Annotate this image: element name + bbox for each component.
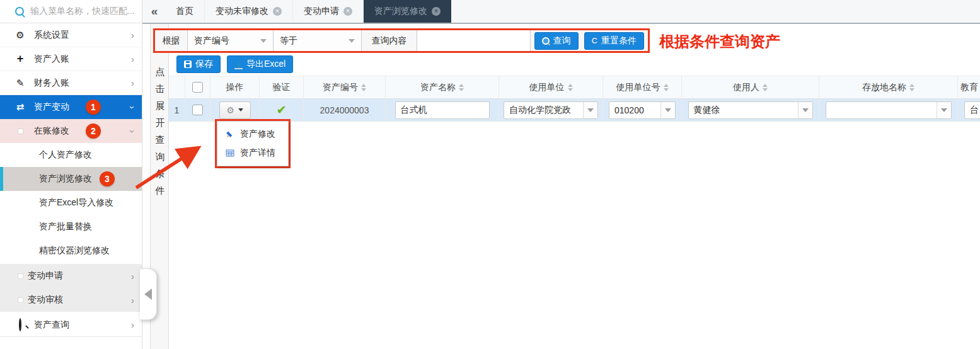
caret-down-icon[interactable] bbox=[798, 102, 812, 118]
row-index: 1 bbox=[169, 99, 185, 122]
cell-verify: ✔ bbox=[260, 99, 303, 122]
user-select[interactable]: 黄健徐 bbox=[688, 101, 813, 119]
sidebar-item-system-settings[interactable]: ⚙ 系统设置 › bbox=[0, 23, 142, 47]
column-education: 教育 台 bbox=[957, 76, 980, 122]
sidebar-item-change-audit[interactable]: 变动审核 › bbox=[0, 288, 142, 312]
sort-icon[interactable] bbox=[459, 84, 464, 91]
use-unit-no-value: 010200 bbox=[609, 102, 660, 118]
header-label: 使用人 bbox=[733, 82, 759, 93]
bullet-icon bbox=[18, 297, 23, 303]
plus-icon: + bbox=[14, 52, 26, 66]
sidebar-item-asset-browse-modify[interactable]: 资产浏览修改 3 bbox=[0, 167, 142, 191]
sort-icon[interactable] bbox=[664, 84, 669, 91]
tab-label: 资产浏览修改 bbox=[374, 6, 427, 17]
sidebar-item-asset-batch-replace[interactable]: 资产批量替换 bbox=[0, 215, 142, 239]
sort-icon[interactable] bbox=[568, 84, 573, 91]
sidebar-item-inaccount-modify[interactable]: 在账修改 2 › bbox=[0, 119, 142, 143]
query-button[interactable]: 查询 bbox=[534, 32, 579, 50]
sidebar-item-precision-instrument-modify[interactable]: 精密仪器浏览修改 bbox=[0, 239, 142, 263]
query-content-input[interactable] bbox=[417, 30, 531, 51]
sidebar-item-label: 精密仪器浏览修改 bbox=[39, 245, 110, 256]
reset-conditions-button[interactable]: C 重置条件 bbox=[584, 32, 644, 50]
sidebar-item-label: 资产批量替换 bbox=[39, 221, 92, 232]
sidebar-item-label: 资产浏览修改 bbox=[39, 173, 92, 185]
sidebar: 输入菜单名称，快速匹配... ⚙ 系统设置 › + 资产入账 › ✎ 财务入账 … bbox=[0, 0, 142, 349]
column-location: 存放地名称 bbox=[819, 76, 957, 122]
tab-label: 变动未审修改 bbox=[216, 6, 268, 17]
filter-field-value: 资产编号 bbox=[194, 35, 229, 47]
tab-label: 首页 bbox=[176, 6, 193, 17]
sidebar-item-finance-entry[interactable]: ✎ 财务入账 › bbox=[0, 71, 142, 95]
chevron-right-icon: › bbox=[131, 30, 134, 40]
tab-home[interactable]: 首页 bbox=[165, 0, 205, 23]
location-select[interactable] bbox=[826, 101, 952, 119]
menu-search-placeholder: 输入菜单名称，快速匹配... bbox=[30, 6, 135, 17]
sort-icon[interactable] bbox=[763, 84, 768, 91]
header-education[interactable]: 教育 bbox=[958, 76, 980, 99]
menu-item-asset-modify[interactable]: 资产修改 bbox=[217, 125, 288, 144]
strip-vertical-label[interactable]: 点击展开查询条件 bbox=[155, 63, 165, 199]
use-unit-value: 自动化学院党政 bbox=[504, 102, 583, 118]
close-icon[interactable]: × bbox=[432, 7, 441, 16]
row-actions-dropdown-button[interactable]: ⚙ bbox=[219, 101, 251, 119]
caret-down-icon[interactable] bbox=[583, 102, 597, 118]
column-use-unit: 使用单位 自动化学院党政 bbox=[499, 76, 602, 122]
download-icon: ↓ bbox=[234, 60, 243, 69]
close-icon[interactable]: × bbox=[273, 7, 282, 16]
close-icon[interactable]: × bbox=[343, 7, 352, 16]
sidebar-item-asset-change[interactable]: ⇄ 资产变动 1 › bbox=[0, 95, 142, 119]
tab-change-apply[interactable]: 变动申请 × bbox=[293, 0, 364, 23]
use-unit-no-select[interactable]: 010200 bbox=[609, 101, 676, 119]
collapse-left-icon bbox=[144, 289, 152, 300]
grid-toolbar: 保存 ↓ 导出Excel bbox=[176, 55, 293, 73]
gear-icon: ⚙ bbox=[226, 106, 234, 115]
tab-change-unaudited-modify[interactable]: 变动未审修改 × bbox=[205, 0, 293, 23]
sidebar-item-change-apply[interactable]: 变动申请 › bbox=[0, 264, 142, 288]
tab-asset-browse-modify[interactable]: 资产浏览修改 × bbox=[364, 0, 451, 23]
filter-field-select[interactable]: 资产编号 bbox=[188, 30, 274, 51]
annotation-badge-1: 1 bbox=[86, 100, 101, 115]
save-button[interactable]: 保存 bbox=[176, 55, 221, 73]
cell-location bbox=[819, 99, 957, 122]
caret-down-icon bbox=[349, 39, 355, 43]
header-use-unit-no[interactable]: 使用单位号 bbox=[603, 76, 681, 99]
search-icon bbox=[15, 7, 24, 16]
asset-name-input[interactable]: 台式机 bbox=[395, 101, 490, 119]
reset-button-label: 重置条件 bbox=[601, 35, 637, 47]
bullet-icon bbox=[18, 129, 23, 134]
filter-operator-select[interactable]: 等于 bbox=[274, 30, 362, 51]
filter-operator-value: 等于 bbox=[280, 35, 297, 47]
sort-icon[interactable] bbox=[909, 84, 914, 91]
cell-checkbox bbox=[185, 99, 210, 122]
query-button-label: 查询 bbox=[553, 35, 571, 47]
header-asset-code[interactable]: 资产编号 bbox=[304, 76, 385, 99]
sidebar-item-asset-excel-import-modify[interactable]: 资产Excel导入修改 bbox=[0, 191, 142, 215]
header-label: 使用单位号 bbox=[616, 82, 660, 93]
tabs-collapse-button[interactable]: « bbox=[142, 0, 165, 23]
caret-down-icon[interactable] bbox=[660, 102, 675, 118]
sidebar-item-asset-query[interactable]: 资产查询 › bbox=[0, 313, 142, 337]
select-all-checkbox[interactable] bbox=[192, 82, 203, 93]
chevron-right-icon: › bbox=[131, 320, 134, 329]
verified-check-icon: ✔ bbox=[277, 103, 287, 117]
shuffle-icon: ⇄ bbox=[14, 101, 26, 113]
sidebar-group-collapsed: 变动申请 › 变动审核 › bbox=[0, 264, 142, 312]
sidebar-collapse-handle[interactable] bbox=[140, 268, 157, 320]
sort-icon[interactable] bbox=[361, 84, 366, 91]
header-use-unit[interactable]: 使用单位 bbox=[499, 76, 602, 99]
caret-down-icon[interactable] bbox=[937, 102, 951, 118]
header-user[interactable]: 使用人 bbox=[682, 76, 819, 99]
menu-search-input[interactable]: 输入菜单名称，快速匹配... bbox=[0, 0, 142, 23]
header-location[interactable]: 存放地名称 bbox=[819, 76, 957, 99]
sidebar-item-personal-asset-modify[interactable]: 个人资产修改 bbox=[0, 143, 142, 167]
export-excel-button[interactable]: ↓ 导出Excel bbox=[227, 55, 293, 73]
education-input[interactable]: 台 bbox=[964, 101, 980, 119]
chevron-right-icon: › bbox=[131, 54, 134, 64]
menu-item-asset-detail[interactable]: 资产详情 bbox=[217, 144, 288, 163]
cell-asset-code: 2024000003 bbox=[304, 99, 385, 122]
location-value bbox=[826, 102, 937, 118]
row-checkbox[interactable] bbox=[192, 105, 203, 115]
sidebar-item-asset-entry[interactable]: + 资产入账 › bbox=[0, 47, 142, 71]
header-asset-name[interactable]: 资产名称 bbox=[386, 76, 499, 99]
use-unit-select[interactable]: 自动化学院党政 bbox=[504, 101, 598, 119]
